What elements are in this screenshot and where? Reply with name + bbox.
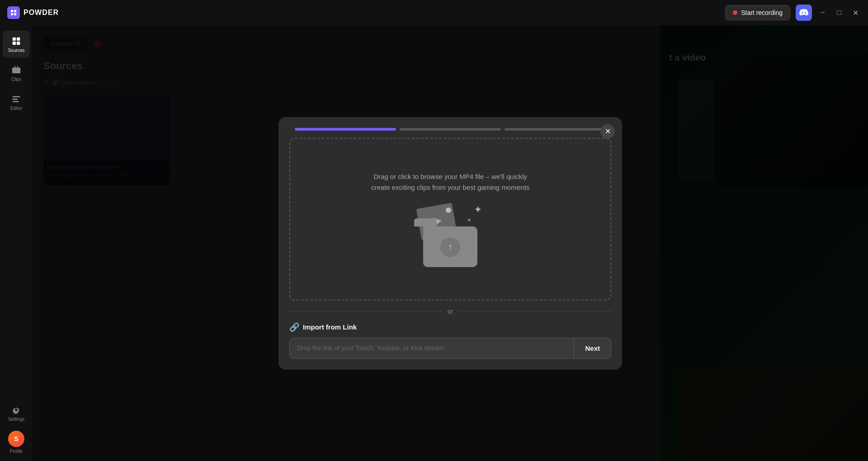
app-name: POWDER — [24, 9, 59, 17]
titlebar: POWDER Start recording − □ ✕ — [0, 0, 868, 25]
modal-tab-3 — [505, 128, 606, 131]
import-link-row: Next — [289, 338, 611, 359]
maximize-button[interactable]: □ — [834, 7, 844, 18]
sidebar-item-profile[interactable]: S Profile — [3, 428, 30, 456]
divider-line-right — [458, 311, 611, 311]
link-icon: 🔗 — [289, 322, 299, 332]
svg-rect-8 — [12, 67, 20, 73]
drop-zone-text: Drag or click to browse your MP4 file – … — [371, 171, 529, 193]
modal-progress-tabs — [278, 117, 622, 131]
sidebar-item-sources[interactable]: Sources — [3, 31, 30, 58]
divider-line-left — [289, 311, 442, 311]
clips-icon — [11, 65, 21, 75]
svg-rect-1 — [14, 10, 16, 12]
modal-close-button[interactable]: ✕ — [600, 124, 615, 139]
sidebar-sources-label: Sources — [8, 48, 25, 53]
import-link-header: 🔗 Import from Link — [289, 322, 611, 332]
sidebar-profile-label: Profile — [10, 449, 23, 454]
sidebar: Sources Clips Editor Settings S Profile — [0, 25, 33, 461]
rec-indicator — [733, 10, 737, 15]
sidebar-item-clips[interactable]: Clips — [3, 60, 30, 87]
svg-rect-10 — [13, 99, 18, 100]
svg-rect-3 — [14, 13, 16, 15]
modal-tab-2 — [400, 128, 501, 131]
sidebar-editor-label: Editor — [10, 106, 22, 111]
sidebar-item-editor[interactable]: Editor — [3, 89, 30, 116]
or-text: or — [448, 308, 453, 315]
start-recording-button[interactable]: Start recording — [725, 5, 790, 20]
star-large-icon: ✦ — [474, 204, 482, 216]
link-input[interactable] — [289, 338, 574, 359]
next-button[interactable]: Next — [574, 338, 611, 359]
sidebar-item-settings[interactable]: Settings — [3, 400, 30, 427]
svg-rect-0 — [11, 10, 13, 12]
modal-tab-1 — [295, 128, 396, 131]
editor-icon — [11, 94, 21, 104]
star-small-icon: ✦ — [467, 216, 472, 224]
or-divider: or — [289, 308, 611, 315]
start-recording-label: Start recording — [741, 9, 783, 16]
svg-rect-4 — [13, 37, 16, 40]
logo-icon — [7, 6, 20, 19]
settings-icon — [11, 405, 21, 415]
import-link-section: 🔗 Import from Link Next — [289, 322, 611, 359]
sidebar-settings-label: Settings — [8, 417, 24, 422]
sources-icon — [11, 36, 21, 46]
main-content: Control+F8 Sources ▼ 🔗 Link Import 6 VOD… — [33, 25, 868, 461]
modal-dialog: ✕ Drag or click to browse your MP4 file … — [278, 117, 622, 370]
sidebar-clips-label: Clips — [11, 77, 21, 82]
svg-rect-7 — [17, 41, 20, 44]
svg-rect-6 — [13, 41, 16, 44]
avatar: S — [8, 431, 24, 447]
circle-dot-icon — [446, 207, 451, 213]
modal-overlay[interactable]: ✕ Drag or click to browse your MP4 file … — [33, 25, 868, 461]
svg-rect-9 — [13, 96, 20, 97]
import-link-title: Import from Link — [303, 323, 357, 331]
minimize-button[interactable]: − — [817, 7, 828, 18]
folder-illustration: ✦ ✦ ↑ — [414, 204, 486, 267]
folder-tab — [414, 218, 437, 226]
svg-rect-11 — [13, 101, 19, 102]
upload-icon: ↑ — [440, 237, 460, 257]
folder-body: ↑ — [423, 226, 477, 267]
discord-button[interactable] — [796, 5, 812, 21]
svg-rect-2 — [11, 13, 13, 15]
app-logo: POWDER — [7, 6, 59, 19]
file-drop-zone[interactable]: Drag or click to browse your MP4 file – … — [289, 138, 611, 301]
titlebar-right: Start recording − □ ✕ — [725, 5, 861, 21]
svg-rect-5 — [17, 37, 20, 40]
close-button[interactable]: ✕ — [850, 7, 861, 18]
